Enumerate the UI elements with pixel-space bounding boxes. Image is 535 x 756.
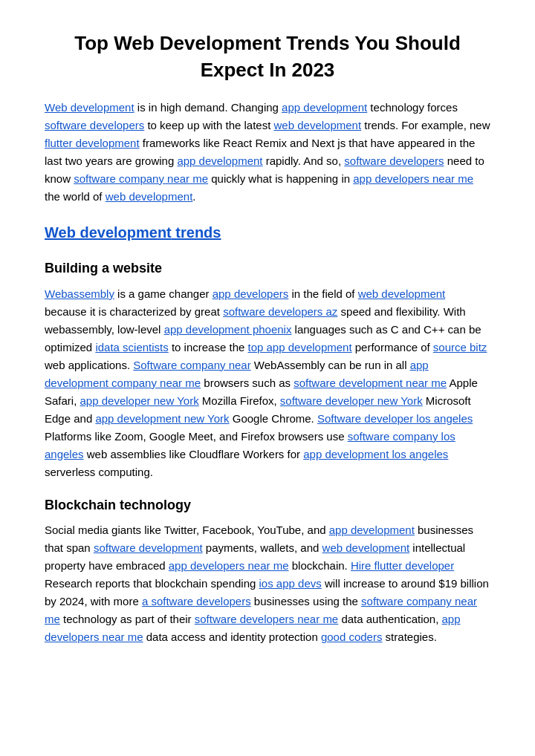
- section1-sub1-heading: Building a website: [45, 258, 490, 279]
- intro-section: Web development is in high demand. Chang…: [45, 99, 490, 206]
- link-software-developers2[interactable]: software developers: [344, 154, 444, 167]
- link-app-developer-new-york[interactable]: app developer new York: [80, 394, 199, 407]
- link-software-company-near-me[interactable]: software company near me: [74, 172, 208, 185]
- link-software-developers-near-me[interactable]: software developers near me: [195, 613, 338, 625]
- building-website-section: Webassembly is a game changer app develo…: [45, 285, 490, 481]
- link-a-software-developers[interactable]: a software developers: [142, 595, 251, 607]
- link-software-developers-az[interactable]: software developers az: [223, 305, 337, 318]
- section1-heading-suffix: trends: [172, 224, 221, 241]
- link-idata-scientists[interactable]: idata scientists: [95, 341, 168, 353]
- link-app-development2[interactable]: app development: [177, 154, 262, 167]
- link-software-company-near[interactable]: Software company near: [133, 359, 250, 371]
- link-ios-app-devs[interactable]: ios app devs: [259, 577, 322, 590]
- section1-heading[interactable]: Web development trends: [45, 221, 490, 244]
- link-good-coders[interactable]: good coders: [321, 630, 383, 643]
- building-website-paragraph: Webassembly is a game changer app develo…: [45, 285, 490, 481]
- link-app-development-phoenix[interactable]: app development phoenix: [164, 323, 292, 336]
- link-app-development3[interactable]: app development: [329, 524, 415, 536]
- link-app-development-los-angeles[interactable]: app development los angeles: [303, 448, 448, 460]
- link-app-developers-near-me2[interactable]: app developers near me: [169, 559, 289, 572]
- link-app-developers[interactable]: app developers: [213, 287, 289, 300]
- intro-paragraph: Web development is in high demand. Chang…: [45, 99, 490, 206]
- blockchain-section: Social media giants like Twitter, Facebo…: [45, 521, 490, 646]
- link-top-app-development[interactable]: top app development: [248, 341, 352, 353]
- link-software-development[interactable]: software development: [94, 541, 203, 554]
- link-web-development-h2[interactable]: Web development: [45, 224, 172, 241]
- link-app-developers-near-me[interactable]: app developers near me: [353, 172, 473, 185]
- blockchain-paragraph: Social media giants like Twitter, Facebo…: [45, 521, 490, 646]
- link-web-development3[interactable]: web development: [106, 190, 193, 203]
- link-software-developer-los-angeles[interactable]: Software developer los angeles: [317, 412, 473, 425]
- link-webassembly[interactable]: Webassembly: [45, 287, 114, 300]
- link-flutter-development[interactable]: flutter development: [45, 137, 140, 149]
- link-source-bitz[interactable]: source bitz: [433, 341, 487, 353]
- link-web-development2[interactable]: web development: [274, 119, 362, 131]
- section2-heading: Blockchain technology: [45, 495, 490, 516]
- link-web-development-p2[interactable]: web development: [358, 287, 446, 300]
- link-app-development-new-york[interactable]: app development new York: [95, 412, 229, 425]
- link-software-developers[interactable]: software developers: [45, 119, 144, 131]
- link-app-development[interactable]: app development: [282, 101, 367, 114]
- link-web-development[interactable]: Web development: [45, 101, 134, 114]
- link-hire-flutter-developer[interactable]: Hire flutter developer: [351, 559, 454, 572]
- page-title: Top Web Development Trends You Should Ex…: [45, 30, 490, 84]
- link-software-development-near-me[interactable]: software development near me: [294, 377, 447, 389]
- link-software-developer-new-york[interactable]: software developer new York: [280, 394, 423, 407]
- link-web-development4[interactable]: web development: [322, 541, 410, 554]
